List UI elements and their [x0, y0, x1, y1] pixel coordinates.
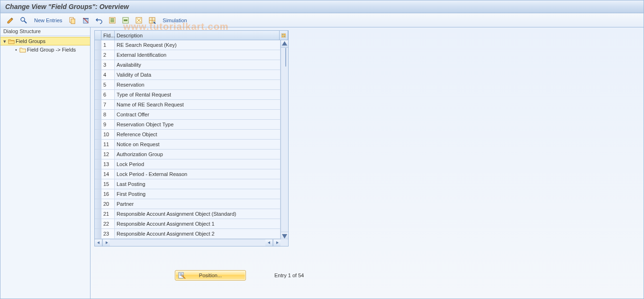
- new-entries-button[interactable]: New Entries: [31, 15, 65, 26]
- column-header-fld[interactable]: Fld...: [101, 31, 115, 40]
- cell-description[interactable]: External Identification: [115, 50, 281, 60]
- select-block-icon[interactable]: [119, 15, 132, 26]
- cell-description[interactable]: Authorization Group: [115, 150, 281, 159]
- cell-description[interactable]: Responsible Account Assignment Object 1: [115, 219, 281, 229]
- table-row[interactable]: 20Partner: [95, 199, 288, 209]
- table-row[interactable]: 22Responsible Account Assignment Object …: [95, 219, 288, 229]
- scroll-right-icon-2[interactable]: [273, 239, 281, 246]
- position-button[interactable]: Position...: [175, 270, 246, 281]
- table-row[interactable]: 9Reservation Object Type: [95, 120, 288, 130]
- delete-icon[interactable]: [80, 15, 92, 26]
- cell-description[interactable]: Lock Period: [115, 159, 281, 169]
- table-row[interactable]: 21Responsible Account Assignment Object …: [95, 209, 288, 219]
- cell-fld[interactable]: 22: [101, 219, 115, 229]
- scroll-thumb[interactable]: [285, 48, 286, 67]
- select-all-icon[interactable]: [106, 15, 118, 26]
- cell-fld[interactable]: 14: [101, 169, 115, 179]
- table-row[interactable]: 6Type of Rental Request: [95, 90, 288, 100]
- row-selector[interactable]: [95, 189, 101, 199]
- cell-fld[interactable]: 20: [101, 199, 115, 209]
- select-all-column[interactable]: [95, 31, 101, 40]
- table-row[interactable]: 14Lock Period - External Reason: [95, 169, 288, 179]
- row-selector[interactable]: [95, 90, 101, 99]
- table-row[interactable]: 7Name of RE Search Request: [95, 100, 288, 110]
- cell-description[interactable]: Partner: [115, 199, 281, 209]
- cell-description[interactable]: Reference Object: [115, 130, 281, 139]
- row-selector[interactable]: [95, 169, 101, 179]
- cell-fld[interactable]: 9: [101, 120, 115, 129]
- row-selector[interactable]: [95, 120, 101, 129]
- row-selector[interactable]: [95, 100, 101, 109]
- cell-description[interactable]: Name of RE Search Request: [115, 100, 281, 109]
- row-selector[interactable]: [95, 229, 101, 238]
- table-row[interactable]: 15Last Posting: [95, 179, 288, 189]
- row-selector[interactable]: [95, 80, 101, 89]
- cell-fld[interactable]: 11: [101, 140, 115, 149]
- cell-description[interactable]: Responsible Account Assignment Object 2: [115, 229, 281, 238]
- row-selector[interactable]: [95, 70, 101, 79]
- row-selector[interactable]: [95, 209, 101, 219]
- row-selector[interactable]: [95, 150, 101, 159]
- cell-fld[interactable]: 10: [101, 130, 115, 139]
- table-config-icon[interactable]: [280, 31, 288, 40]
- scroll-down-icon[interactable]: [281, 232, 288, 239]
- table-row[interactable]: 23Responsible Account Assignment Object …: [95, 229, 288, 239]
- table-settings-icon[interactable]: [146, 15, 158, 26]
- cell-fld[interactable]: 13: [101, 159, 115, 169]
- horizontal-scrollbar[interactable]: [95, 239, 288, 246]
- cell-fld[interactable]: 23: [101, 229, 115, 238]
- scroll-up-icon[interactable]: [281, 40, 288, 48]
- cell-fld[interactable]: 16: [101, 189, 115, 199]
- toggle-display-change-icon[interactable]: [4, 15, 17, 26]
- cell-fld[interactable]: 21: [101, 209, 115, 219]
- row-selector[interactable]: [95, 199, 101, 209]
- table-row[interactable]: 2External Identification: [95, 50, 288, 60]
- undo-icon[interactable]: [93, 15, 105, 26]
- cell-fld[interactable]: 8: [101, 110, 115, 119]
- cell-fld[interactable]: 5: [101, 80, 115, 89]
- row-selector[interactable]: [95, 219, 101, 229]
- deselect-all-icon[interactable]: [133, 15, 145, 26]
- cell-description[interactable]: Reservation: [115, 80, 281, 89]
- cell-fld[interactable]: 6: [101, 90, 115, 99]
- cell-description[interactable]: Last Posting: [115, 179, 281, 189]
- row-selector[interactable]: [95, 179, 101, 189]
- scroll-left-icon-2[interactable]: [265, 239, 273, 246]
- table-row[interactable]: 3Availability: [95, 60, 288, 70]
- table-row[interactable]: 12Authorization Group: [95, 150, 288, 159]
- cell-fld[interactable]: 3: [101, 60, 115, 70]
- cell-fld[interactable]: 7: [101, 100, 115, 109]
- row-selector[interactable]: [95, 50, 101, 60]
- simulation-button[interactable]: Simulation: [159, 15, 190, 26]
- cell-description[interactable]: Validity of Data: [115, 70, 281, 79]
- row-selector[interactable]: [95, 60, 101, 70]
- row-selector[interactable]: [95, 159, 101, 169]
- table-row[interactable]: 5Reservation: [95, 80, 288, 90]
- scroll-right-icon[interactable]: [102, 239, 110, 246]
- cell-description[interactable]: Type of Rental Request: [115, 90, 281, 99]
- row-selector[interactable]: [95, 40, 101, 50]
- cell-description[interactable]: Lock Period - External Reason: [115, 169, 281, 179]
- table-row[interactable]: 4Validity of Data: [95, 70, 288, 80]
- table-row[interactable]: 11Notice on Request: [95, 140, 288, 150]
- table-row[interactable]: 8Contract Offer: [95, 110, 288, 120]
- cell-description[interactable]: First Posting: [115, 189, 281, 199]
- table-row[interactable]: 10Reference Object: [95, 130, 288, 140]
- cell-description[interactable]: Notice on Request: [115, 140, 281, 149]
- table-row[interactable]: 13Lock Period: [95, 159, 288, 169]
- scroll-left-icon[interactable]: [95, 239, 102, 246]
- cell-description[interactable]: Responsible Account Assignment Object (S…: [115, 209, 281, 219]
- find-icon[interactable]: [18, 15, 30, 26]
- cell-description[interactable]: Contract Offer: [115, 110, 281, 119]
- cell-description[interactable]: RE Search Request (Key): [115, 40, 281, 50]
- column-header-description[interactable]: Description: [115, 31, 280, 40]
- cell-fld[interactable]: 15: [101, 179, 115, 189]
- table-row[interactable]: 1RE Search Request (Key): [95, 40, 288, 50]
- tree-node-field-group-fields[interactable]: • Field Group -> Fields: [0, 45, 90, 54]
- row-selector[interactable]: [95, 130, 101, 139]
- expander-icon[interactable]: ▾: [2, 38, 7, 44]
- row-selector[interactable]: [95, 110, 101, 119]
- row-selector[interactable]: [95, 140, 101, 149]
- cell-fld[interactable]: 2: [101, 50, 115, 60]
- cell-fld[interactable]: 1: [101, 40, 115, 50]
